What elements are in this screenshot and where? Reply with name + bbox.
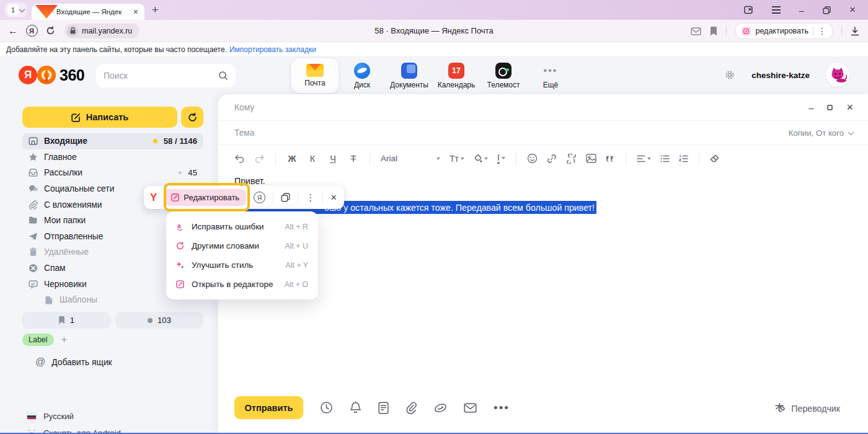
assistant-toolbar: Y Редактировать Я ⋮ × <box>144 186 344 209</box>
more-options-icon[interactable]: ••• <box>494 401 510 415</box>
browser-tab[interactable]: 58 · Входящие — Яндек × <box>32 4 144 20</box>
message-body-line[interactable]: Привет. <box>234 176 265 186</box>
bookmark-icon[interactable] <box>710 27 717 36</box>
strikethrough-button[interactable]: Т <box>348 154 359 164</box>
more-services-icon: ••• <box>544 63 558 79</box>
send-button[interactable]: Отправить <box>234 396 303 419</box>
chevron-down-icon <box>19 6 25 12</box>
label-tag[interactable]: Label <box>22 334 54 346</box>
font-size-select[interactable]: Tт <box>450 154 464 164</box>
search-box[interactable] <box>96 64 236 87</box>
menu-item-rephrase[interactable]: Другими словами Alt + U <box>166 236 318 255</box>
back-icon[interactable]: ← <box>4 25 22 37</box>
browser-menu-icon[interactable] <box>772 6 781 13</box>
new-tab-button[interactable]: + <box>152 4 159 16</box>
service-more[interactable]: ••• Ещё <box>527 58 574 93</box>
service-disk[interactable]: Диск <box>339 58 386 93</box>
downloads-icon[interactable] <box>851 27 859 36</box>
restore-window-icon[interactable] <box>823 6 831 14</box>
unread-filter-button[interactable]: 103 <box>115 312 203 329</box>
extension-more-icon[interactable]: ⋮ <box>818 26 826 36</box>
attach-from-disk-icon[interactable] <box>434 402 447 414</box>
username[interactable]: cheshire-katze <box>751 71 810 80</box>
yandex-360-logo[interactable]: Я 360 <box>19 66 84 84</box>
compose-close-icon[interactable]: × <box>846 101 853 114</box>
tab-panel-icon[interactable] <box>743 5 753 15</box>
add-mailbox-button[interactable]: @ Добавить ящик <box>35 356 112 368</box>
note-icon[interactable] <box>378 402 389 414</box>
service-calendar[interactable]: 17 Календарь <box>433 58 480 93</box>
pinned-filter-button[interactable]: 1 <box>22 312 110 329</box>
font-family-select[interactable]: Arial <box>381 154 440 163</box>
avatar[interactable] <box>826 63 849 87</box>
360-logo-icon <box>37 66 56 84</box>
italic-button[interactable]: К <box>307 154 318 164</box>
assistant-edit-button[interactable]: Редактировать <box>164 189 246 206</box>
insert-link-icon[interactable] <box>566 154 577 164</box>
browser-edit-extension-button[interactable]: редактировать ⋮ <box>735 23 833 39</box>
refresh-mail-button[interactable] <box>181 107 203 128</box>
highlight-color-button[interactable] <box>474 154 488 163</box>
menu-item-improve-style[interactable]: Улучшить стиль Alt + Y <box>166 255 318 275</box>
assistant-close-icon[interactable]: × <box>330 192 337 204</box>
quote-icon[interactable] <box>606 155 615 162</box>
underline-button[interactable]: Ч <box>327 154 339 164</box>
minimize-window-icon[interactable]: – <box>799 5 804 16</box>
search-icon[interactable] <box>218 71 228 81</box>
reminder-bell-icon[interactable] <box>350 401 361 414</box>
mail-check-icon[interactable] <box>691 27 701 35</box>
cc-from-toggle[interactable]: Копии, От кого <box>789 128 853 138</box>
to-field-row[interactable]: Кому – × <box>218 94 868 121</box>
settings-gear-icon[interactable] <box>724 69 735 81</box>
folder-newsletters[interactable]: Рассылки 45 <box>22 165 203 181</box>
schedule-send-icon[interactable] <box>320 401 333 414</box>
yandex-mail-app: Я 360 Почта Диск Документы 17 <box>0 57 868 434</box>
attach-link-icon[interactable] <box>547 154 557 164</box>
align-button[interactable] <box>637 155 651 162</box>
assistant-menu: a Исправить ошибки Alt + R Другими слова… <box>166 211 318 299</box>
bold-button[interactable]: Ж <box>286 154 298 164</box>
bullet-list-icon[interactable] <box>660 155 670 162</box>
menu-item-fix-errors[interactable]: a Исправить ошибки Alt + R <box>166 217 318 236</box>
emoji-icon[interactable] <box>527 153 538 164</box>
import-bookmarks-link[interactable]: Импортировать закладки <box>229 45 316 54</box>
tab-group-button[interactable]: 1 <box>5 2 27 17</box>
service-telemost[interactable]: Телемост <box>480 58 527 93</box>
folder-inbox[interactable]: Входящие 58 / 1146 <box>22 133 203 149</box>
folder-main[interactable]: Главное <box>22 149 203 166</box>
eraser-icon[interactable] <box>710 154 719 163</box>
tab-title: 58 · Входящие — Яндек <box>42 8 129 16</box>
service-mail[interactable]: Почта <box>291 58 339 93</box>
language-switch[interactable]: Русский <box>27 412 121 421</box>
subject-field-row[interactable]: Тема Копии, От кого <box>218 121 868 145</box>
attach-file-icon[interactable] <box>405 402 417 414</box>
tab-close-icon[interactable]: × <box>133 7 138 16</box>
service-docs[interactable]: Документы <box>386 58 433 93</box>
copy-icon[interactable] <box>281 193 290 202</box>
russian-flag-icon <box>27 413 37 420</box>
compose-expand-icon[interactable] <box>827 105 833 110</box>
assistant-more-icon[interactable]: ⋮ <box>306 192 315 203</box>
docs-service-icon <box>401 63 417 79</box>
compose-button[interactable]: Написать <box>22 107 177 128</box>
close-window-icon[interactable]: × <box>849 4 856 16</box>
disk-service-icon <box>354 63 370 79</box>
numbered-list-icon[interactable] <box>679 155 688 162</box>
yandex-browser-icon[interactable]: Я <box>22 25 41 37</box>
attach-from-mail-icon[interactable] <box>464 403 477 413</box>
search-input[interactable] <box>104 71 218 81</box>
undo-icon[interactable] <box>234 154 245 163</box>
compose-minimize-icon[interactable]: – <box>808 102 813 113</box>
redo-icon[interactable] <box>254 154 265 163</box>
editor-extension-icon <box>742 27 751 36</box>
menu-item-open-editor[interactable]: Открыть в редакторе Alt + O <box>166 275 318 294</box>
unread-dot <box>153 139 157 143</box>
refresh-icon[interactable] <box>41 26 60 35</box>
yandex-search-icon[interactable]: Я <box>254 192 265 203</box>
insert-image-icon[interactable] <box>586 154 596 163</box>
text-color-button[interactable]: I <box>497 153 505 164</box>
add-label-icon[interactable]: + <box>61 334 68 346</box>
translator-button[interactable]: Переводчик <box>774 402 840 414</box>
inbox-icon <box>29 136 38 146</box>
address-bar[interactable]: mail.yandex.ru <box>64 24 140 38</box>
